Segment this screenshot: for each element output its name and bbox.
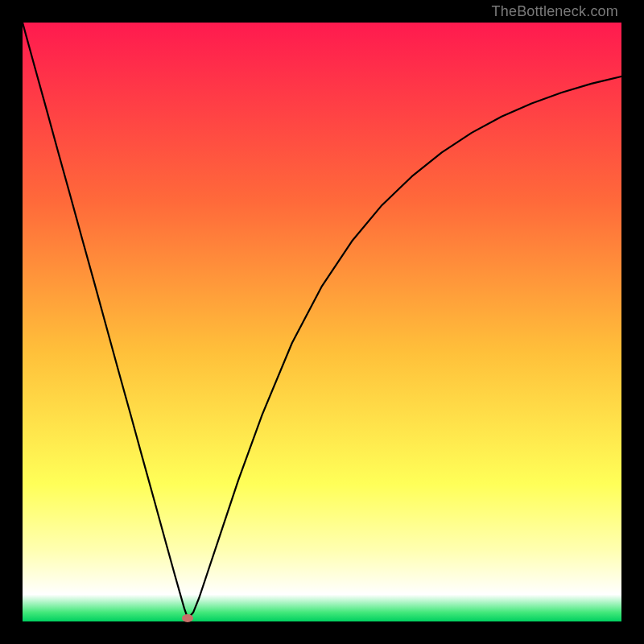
- chart-frame: [23, 23, 621, 621]
- watermark-text: TheBottleneck.com: [492, 3, 618, 20]
- optimal-point-marker: [182, 614, 193, 622]
- gradient-background: [23, 23, 621, 621]
- bottleneck-chart: [23, 23, 621, 621]
